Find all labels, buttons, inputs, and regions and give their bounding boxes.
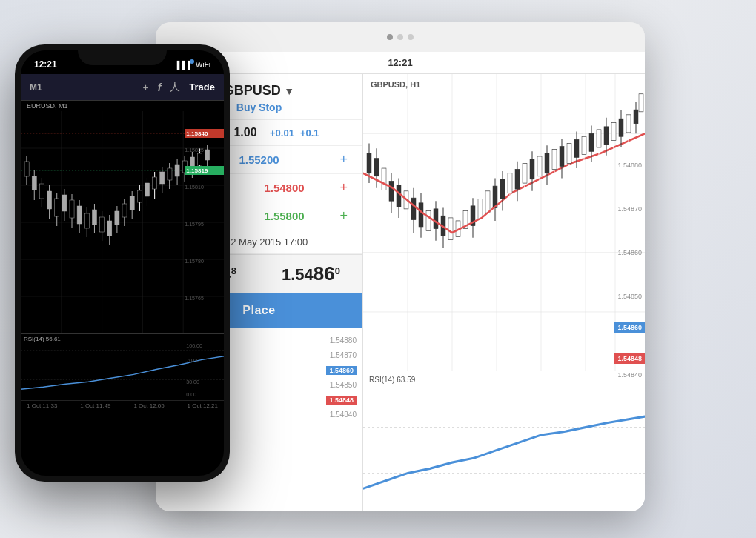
phone-toolbar: M1 + f 人 Trade [21, 74, 224, 101]
price-plus-button[interactable]: + [336, 152, 351, 167]
candlestick-chart [363, 74, 645, 371]
svg-rect-83 [634, 110, 638, 124]
svg-rect-67 [574, 139, 579, 157]
svg-rect-148 [205, 150, 210, 160]
price-line-blue-label: 1.54860 [326, 366, 357, 375]
bid-superscript: 8 [231, 265, 236, 276]
svg-rect-49 [508, 173, 512, 193]
price-line-red-label: 1.54848 [326, 396, 357, 405]
phone-rsi-area: RSI(14) 56.61 100.00 70.00 30.00 0.00 [21, 333, 224, 400]
y-label-2: 1.54870 [617, 205, 642, 213]
y-label-4: 1.54850 [617, 293, 642, 300]
tablet-camera-bar [156, 22, 645, 52]
symbol-dropdown-icon[interactable]: ▼ [284, 85, 294, 97]
add-indicator-icon[interactable]: + [142, 82, 148, 93]
svg-text:1.15765: 1.15765 [185, 296, 204, 301]
svg-rect-75 [604, 127, 609, 145]
volume-value: 1.00 [227, 126, 264, 139]
phone-timeframe[interactable]: M1 [30, 82, 42, 93]
svg-rect-55 [530, 159, 534, 179]
svg-rect-29 [434, 209, 438, 229]
svg-rect-65 [567, 144, 571, 164]
svg-rect-146 [197, 153, 202, 165]
ask-main: 86 [314, 262, 335, 285]
svg-rect-15 [382, 168, 386, 190]
trade-symbol: GBPUSD [224, 83, 281, 98]
svg-rect-128 [130, 196, 134, 210]
trade-button[interactable]: Trade [189, 82, 215, 93]
expiration-value[interactable]: 12 May 2015 17:00 [225, 236, 308, 248]
svg-text:30.00: 30.00 [186, 379, 199, 385]
svg-rect-63 [560, 147, 564, 167]
svg-text:100.00: 100.00 [186, 343, 202, 348]
svg-text:0.00: 0.00 [186, 392, 196, 397]
svg-rect-33 [448, 218, 453, 239]
phone-toolbar-icons: + f 人 Trade [142, 81, 215, 94]
y-label-5: 1.54840 [617, 371, 642, 379]
tablet-time: 12:21 [388, 57, 412, 68]
phone-screen: 12:21 ▌▌▌ WiFi M1 + f 人 Trade EURUSD, M1 [21, 50, 224, 476]
svg-rect-102 [32, 176, 36, 190]
svg-text:1.15780: 1.15780 [185, 259, 204, 264]
svg-rect-71 [589, 133, 594, 151]
phone-indicator-dot [190, 59, 194, 64]
date-3: 1 Oct 12:05 [133, 402, 164, 409]
svg-rect-104 [39, 184, 44, 199]
svg-rect-77 [611, 123, 616, 141]
phone-candlestick-chart: 1.15840 1.15819 1.15825 1.15810 1.15795 … [21, 111, 224, 333]
phone-notch [78, 44, 167, 65]
stop-loss-value: 1.54800 [264, 182, 304, 194]
svg-rect-59 [545, 153, 549, 173]
vol-plus-01-button[interactable]: +0.01 [270, 127, 294, 139]
chart-panel: GBPUSD, H1 [363, 74, 645, 511]
svg-text:1.15825: 1.15825 [185, 147, 204, 153]
svg-rect-120 [100, 217, 105, 232]
svg-rect-47 [500, 179, 505, 199]
svg-text:1.15819: 1.15819 [186, 167, 208, 174]
svg-rect-118 [92, 210, 96, 225]
svg-rect-116 [84, 213, 89, 228]
person-icon[interactable]: 人 [170, 81, 180, 94]
svg-rect-126 [122, 204, 127, 217]
ask-prefix: 1.54 [282, 265, 314, 284]
phone-time: 12:21 [34, 59, 57, 70]
svg-rect-13 [374, 159, 379, 176]
svg-rect-41 [478, 199, 483, 219]
svg-rect-19 [397, 185, 401, 207]
svg-rect-73 [597, 130, 601, 147]
y-label-1: 1.54880 [617, 162, 642, 169]
function-icon[interactable]: f [158, 82, 162, 93]
svg-rect-85 [639, 94, 643, 112]
svg-rect-17 [389, 181, 394, 201]
svg-rect-27 [426, 211, 431, 231]
svg-rect-124 [115, 211, 119, 225]
blue-price-line: 1.54860 [614, 322, 645, 333]
tablet-speaker [397, 34, 403, 40]
svg-rect-100 [24, 162, 29, 176]
date-4: 1 Oct 12:21 [188, 402, 218, 409]
svg-rect-110 [62, 195, 67, 211]
svg-rect-122 [107, 221, 112, 236]
svg-rect-43 [485, 191, 490, 213]
svg-rect-106 [47, 191, 52, 209]
svg-rect-23 [411, 198, 416, 219]
phone-rsi-chart: 100.00 70.00 30.00 0.00 [21, 334, 224, 400]
svg-rect-108 [55, 199, 59, 216]
date-1: 1 Oct 11:33 [27, 402, 57, 409]
rsi-chart [363, 389, 645, 511]
svg-rect-61 [552, 150, 557, 170]
svg-rect-69 [582, 136, 586, 154]
svg-rect-140 [175, 165, 179, 176]
y-label-3: 1.54860 [617, 249, 642, 256]
vol-plus-1-button[interactable]: +0.1 [300, 127, 319, 139]
svg-text:1.15795: 1.15795 [185, 222, 204, 227]
phone-chart-area: 1.15840 1.15819 1.15825 1.15810 1.15795 … [21, 111, 224, 333]
phone-rsi-label: RSI(14) 56.61 [24, 336, 61, 342]
ask-price: 1.54860 [259, 255, 362, 293]
ask-price-value: 1.54860 [265, 262, 357, 285]
tp-plus-button[interactable]: + [336, 208, 351, 224]
red-price-line: 1.54848 [614, 353, 645, 364]
sl-plus-button[interactable]: + [336, 180, 351, 196]
chart-title: GBPUSD, H1 [371, 80, 420, 89]
phone-device: 12:21 ▌▌▌ WiFi M1 + f 人 Trade EURUSD, M1 [15, 44, 230, 482]
